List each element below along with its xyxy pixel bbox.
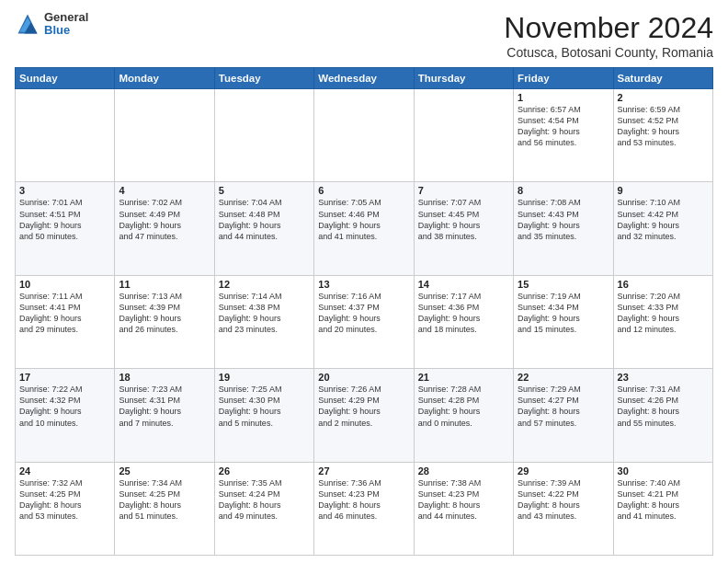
calendar-cell: 20Sunrise: 7:26 AM Sunset: 4:29 PM Dayli… — [314, 369, 414, 462]
day-info: Sunrise: 7:04 AM Sunset: 4:48 PM Dayligh… — [219, 197, 310, 242]
day-number: 14 — [418, 279, 509, 290]
calendar-cell: 22Sunrise: 7:29 AM Sunset: 4:27 PM Dayli… — [514, 369, 613, 462]
calendar-cell: 7Sunrise: 7:07 AM Sunset: 4:45 PM Daylig… — [414, 182, 513, 275]
calendar-cell: 27Sunrise: 7:36 AM Sunset: 4:23 PM Dayli… — [314, 462, 414, 555]
day-number: 29 — [518, 465, 609, 477]
day-number: 2 — [618, 92, 709, 103]
day-number: 26 — [219, 465, 310, 477]
logo-blue: Blue — [44, 24, 88, 37]
day-number: 12 — [219, 279, 310, 290]
day-info: Sunrise: 7:13 AM Sunset: 4:39 PM Dayligh… — [119, 291, 210, 336]
logo-icon — [15, 11, 40, 37]
calendar-week-1: 3Sunrise: 7:01 AM Sunset: 4:51 PM Daylig… — [16, 182, 713, 275]
day-info: Sunrise: 6:57 AM Sunset: 4:54 PM Dayligh… — [518, 104, 609, 149]
day-info: Sunrise: 6:59 AM Sunset: 4:52 PM Dayligh… — [618, 104, 709, 149]
day-info: Sunrise: 7:26 AM Sunset: 4:29 PM Dayligh… — [318, 384, 409, 429]
day-info: Sunrise: 7:01 AM Sunset: 4:51 PM Dayligh… — [19, 197, 110, 242]
weekday-header-sunday: Sunday — [16, 68, 115, 89]
calendar-cell: 25Sunrise: 7:34 AM Sunset: 4:25 PM Dayli… — [115, 462, 214, 555]
day-info: Sunrise: 7:29 AM Sunset: 4:27 PM Dayligh… — [518, 384, 609, 429]
day-info: Sunrise: 7:02 AM Sunset: 4:49 PM Dayligh… — [119, 197, 210, 242]
calendar-week-3: 17Sunrise: 7:22 AM Sunset: 4:32 PM Dayli… — [16, 369, 713, 462]
day-number: 18 — [119, 372, 210, 383]
calendar-cell: 3Sunrise: 7:01 AM Sunset: 4:51 PM Daylig… — [16, 182, 115, 275]
month-title: November 2024 — [504, 11, 713, 45]
day-info: Sunrise: 7:11 AM Sunset: 4:41 PM Dayligh… — [19, 291, 110, 336]
header: General Blue November 2024 Cotusca, Boto… — [15, 11, 713, 60]
calendar-week-0: 1Sunrise: 6:57 AM Sunset: 4:54 PM Daylig… — [16, 89, 713, 182]
day-number: 1 — [518, 92, 609, 103]
day-number: 21 — [418, 372, 509, 383]
logo-text: General Blue — [44, 11, 88, 38]
weekday-header-saturday: Saturday — [613, 68, 712, 89]
calendar-cell: 5Sunrise: 7:04 AM Sunset: 4:48 PM Daylig… — [214, 182, 313, 275]
day-number: 11 — [119, 279, 210, 290]
day-info: Sunrise: 7:17 AM Sunset: 4:36 PM Dayligh… — [418, 291, 509, 336]
day-info: Sunrise: 7:40 AM Sunset: 4:21 PM Dayligh… — [618, 477, 709, 523]
day-info: Sunrise: 7:32 AM Sunset: 4:25 PM Dayligh… — [19, 477, 110, 523]
logo-general: General — [44, 11, 88, 24]
day-info: Sunrise: 7:10 AM Sunset: 4:42 PM Dayligh… — [618, 197, 709, 242]
title-block: November 2024 Cotusca, Botosani County, … — [504, 11, 713, 60]
calendar-cell: 19Sunrise: 7:25 AM Sunset: 4:30 PM Dayli… — [214, 369, 313, 462]
day-info: Sunrise: 7:20 AM Sunset: 4:33 PM Dayligh… — [618, 291, 709, 336]
day-info: Sunrise: 7:05 AM Sunset: 4:46 PM Dayligh… — [318, 197, 409, 242]
logo: General Blue — [15, 11, 88, 38]
weekday-header-monday: Monday — [115, 68, 214, 89]
weekday-header-friday: Friday — [514, 68, 613, 89]
location-title: Cotusca, Botosani County, Romania — [504, 45, 713, 60]
day-info: Sunrise: 7:39 AM Sunset: 4:22 PM Dayligh… — [518, 477, 609, 523]
day-number: 8 — [518, 185, 609, 196]
day-info: Sunrise: 7:07 AM Sunset: 4:45 PM Dayligh… — [418, 197, 509, 242]
calendar-cell: 17Sunrise: 7:22 AM Sunset: 4:32 PM Dayli… — [16, 369, 115, 462]
day-number: 28 — [418, 465, 509, 477]
day-info: Sunrise: 7:28 AM Sunset: 4:28 PM Dayligh… — [418, 384, 509, 429]
day-number: 3 — [19, 185, 110, 196]
day-number: 25 — [119, 465, 210, 477]
weekday-header-row: SundayMondayTuesdayWednesdayThursdayFrid… — [16, 68, 713, 89]
calendar-cell: 23Sunrise: 7:31 AM Sunset: 4:26 PM Dayli… — [613, 369, 712, 462]
day-info: Sunrise: 7:38 AM Sunset: 4:23 PM Dayligh… — [418, 477, 509, 523]
calendar-cell: 13Sunrise: 7:16 AM Sunset: 4:37 PM Dayli… — [314, 275, 414, 368]
day-info: Sunrise: 7:19 AM Sunset: 4:34 PM Dayligh… — [518, 291, 609, 336]
weekday-header-thursday: Thursday — [414, 68, 513, 89]
day-number: 13 — [318, 279, 409, 290]
page: General Blue November 2024 Cotusca, Boto… — [0, 0, 728, 563]
day-number: 24 — [19, 465, 110, 477]
day-number: 17 — [19, 372, 110, 383]
calendar-week-4: 24Sunrise: 7:32 AM Sunset: 4:25 PM Dayli… — [16, 462, 713, 555]
weekday-header-tuesday: Tuesday — [214, 68, 313, 89]
calendar-cell: 26Sunrise: 7:35 AM Sunset: 4:24 PM Dayli… — [214, 462, 313, 555]
day-info: Sunrise: 7:16 AM Sunset: 4:37 PM Dayligh… — [318, 291, 409, 336]
calendar-week-2: 10Sunrise: 7:11 AM Sunset: 4:41 PM Dayli… — [16, 275, 713, 368]
weekday-header-wednesday: Wednesday — [314, 68, 414, 89]
calendar-table: SundayMondayTuesdayWednesdayThursdayFrid… — [15, 67, 713, 556]
calendar-cell: 2Sunrise: 6:59 AM Sunset: 4:52 PM Daylig… — [613, 89, 712, 182]
calendar-cell: 30Sunrise: 7:40 AM Sunset: 4:21 PM Dayli… — [613, 462, 712, 555]
day-number: 4 — [119, 185, 210, 196]
calendar-cell: 11Sunrise: 7:13 AM Sunset: 4:39 PM Dayli… — [115, 275, 214, 368]
calendar-cell: 21Sunrise: 7:28 AM Sunset: 4:28 PM Dayli… — [414, 369, 513, 462]
calendar-cell: 4Sunrise: 7:02 AM Sunset: 4:49 PM Daylig… — [115, 182, 214, 275]
day-info: Sunrise: 7:14 AM Sunset: 4:38 PM Dayligh… — [219, 291, 310, 336]
day-number: 9 — [618, 185, 709, 196]
calendar-cell — [16, 89, 115, 182]
day-info: Sunrise: 7:25 AM Sunset: 4:30 PM Dayligh… — [219, 384, 310, 429]
day-number: 10 — [19, 279, 110, 290]
calendar-cell: 18Sunrise: 7:23 AM Sunset: 4:31 PM Dayli… — [115, 369, 214, 462]
day-number: 7 — [418, 185, 509, 196]
calendar-cell: 1Sunrise: 6:57 AM Sunset: 4:54 PM Daylig… — [514, 89, 613, 182]
calendar-cell — [414, 89, 513, 182]
day-number: 20 — [318, 372, 409, 383]
day-info: Sunrise: 7:22 AM Sunset: 4:32 PM Dayligh… — [19, 384, 110, 429]
calendar-cell: 8Sunrise: 7:08 AM Sunset: 4:43 PM Daylig… — [514, 182, 613, 275]
day-number: 19 — [219, 372, 310, 383]
day-number: 6 — [318, 185, 409, 196]
calendar-cell: 10Sunrise: 7:11 AM Sunset: 4:41 PM Dayli… — [16, 275, 115, 368]
calendar-cell: 16Sunrise: 7:20 AM Sunset: 4:33 PM Dayli… — [613, 275, 712, 368]
day-number: 16 — [618, 279, 709, 290]
day-number: 5 — [219, 185, 310, 196]
day-info: Sunrise: 7:35 AM Sunset: 4:24 PM Dayligh… — [219, 477, 310, 523]
calendar-cell: 14Sunrise: 7:17 AM Sunset: 4:36 PM Dayli… — [414, 275, 513, 368]
calendar-cell — [115, 89, 214, 182]
